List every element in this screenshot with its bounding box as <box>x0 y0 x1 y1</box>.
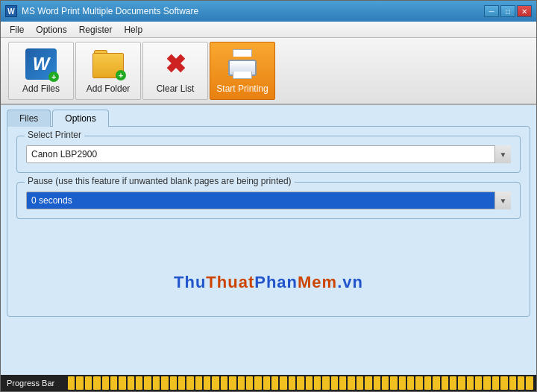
watermark-thuat: Thuat <box>206 273 254 291</box>
menu-bar: File Options Register Help <box>1 22 536 38</box>
add-folder-button[interactable]: + Add Folder <box>75 42 141 100</box>
toolbar: W + Add Files + Add Folder ✖ Clear Lis <box>1 38 536 105</box>
progress-segment <box>110 376 117 390</box>
progress-segment <box>76 376 83 390</box>
pause-select[interactable]: 0 seconds 1 second 2 seconds 5 seconds 1… <box>26 192 511 209</box>
progress-segment <box>331 376 338 390</box>
progress-segment <box>229 376 236 390</box>
progress-segment <box>170 376 177 390</box>
window-controls: ─ □ ✕ <box>484 5 532 17</box>
options-panel: Select Printer Canon LBP2900 Microsoft P… <box>7 126 530 317</box>
pause-group: Pause (use this feature if unwanted blan… <box>16 182 521 219</box>
progress-segment <box>365 376 371 390</box>
progress-segment <box>178 376 185 390</box>
app-window: W MS Word Print Multiple Documents Softw… <box>0 0 537 392</box>
tabs: Files Options <box>7 110 530 127</box>
progress-segment <box>475 376 482 390</box>
progress-segment <box>280 376 286 390</box>
progress-segment <box>322 376 329 390</box>
progress-segment <box>195 376 202 390</box>
progress-segment <box>314 376 321 390</box>
menu-options[interactable]: Options <box>30 23 72 37</box>
add-folder-icon: + <box>92 48 125 80</box>
restore-button[interactable]: □ <box>500 5 515 17</box>
progress-segment <box>144 376 151 390</box>
close-button[interactable]: ✕ <box>517 5 532 17</box>
start-printing-icon <box>226 48 259 80</box>
progress-segment <box>297 376 304 390</box>
clear-list-button[interactable]: ✖ Clear List <box>142 42 208 100</box>
progress-segment <box>119 376 125 390</box>
x-icon: ✖ <box>160 48 191 80</box>
progress-segment <box>450 376 456 390</box>
progress-segment <box>415 376 422 390</box>
progress-segment <box>500 376 507 390</box>
clear-list-icon: ✖ <box>159 48 192 80</box>
menu-file[interactable]: File <box>4 23 30 37</box>
progress-segment <box>93 376 100 390</box>
progress-segment <box>458 376 465 390</box>
progress-segment <box>102 376 109 390</box>
menu-register[interactable]: Register <box>73 23 119 37</box>
add-files-button[interactable]: W + Add Files <box>8 42 74 100</box>
start-printing-button[interactable]: Start Printing <box>210 42 275 100</box>
clear-list-label: Clear List <box>157 83 195 94</box>
progress-segment <box>357 376 363 390</box>
progress-segment <box>518 376 524 390</box>
main-content: Files Options Select Printer Canon LBP29… <box>1 105 536 321</box>
add-folder-label: Add Folder <box>87 83 131 94</box>
progress-segment <box>238 376 245 390</box>
progress-segment <box>399 376 406 390</box>
progress-segment <box>442 376 448 390</box>
printer-select-wrapper: Canon LBP2900 Microsoft Print to PDF Fax… <box>26 145 511 163</box>
progress-segment <box>509 376 516 390</box>
minimize-button[interactable]: ─ <box>484 5 499 17</box>
progress-label: Progress Bar <box>1 379 68 388</box>
progress-segment <box>161 376 168 390</box>
start-printing-label: Start Printing <box>216 83 268 94</box>
progress-segment <box>136 376 142 390</box>
pause-legend: Pause (use this feature if unwanted blan… <box>25 176 295 186</box>
progress-segment <box>204 376 210 390</box>
tab-files[interactable]: Files <box>7 110 51 127</box>
app-icon: W <box>5 5 17 17</box>
progress-segment <box>492 376 499 390</box>
plus-badge: + <box>48 72 59 82</box>
progress-segment <box>390 376 397 390</box>
tab-options[interactable]: Options <box>52 110 108 127</box>
window-title: MS Word Print Multiple Documents Softwar… <box>22 6 484 16</box>
folder-shape: + <box>92 50 124 78</box>
progress-segment <box>339 376 346 390</box>
title-bar: W MS Word Print Multiple Documents Softw… <box>1 1 536 22</box>
progress-segment <box>212 376 219 390</box>
progress-bar-container <box>68 376 536 390</box>
progress-area: Progress Bar <box>1 375 536 391</box>
watermark-mem: Mem <box>298 273 337 291</box>
progress-segment <box>128 376 134 390</box>
progress-segment <box>186 376 193 390</box>
progress-segment <box>263 376 270 390</box>
progress-segment <box>424 376 431 390</box>
progress-segment <box>85 376 92 390</box>
progress-segment <box>348 376 354 390</box>
progress-segment <box>407 376 414 390</box>
watermark-thu: Thu <box>174 273 206 291</box>
word-icon: W + <box>25 48 57 80</box>
progress-segment <box>483 376 490 390</box>
progress-segment <box>153 376 160 390</box>
add-files-label: Add Files <box>22 83 60 94</box>
progress-segment <box>433 376 439 390</box>
menu-help[interactable]: Help <box>118 23 148 37</box>
progress-segment <box>254 376 261 390</box>
select-printer-group: Select Printer Canon LBP2900 Microsoft P… <box>16 136 521 173</box>
folder-plus-badge: + <box>116 70 126 80</box>
progress-segment <box>374 376 380 390</box>
progress-segment <box>306 376 313 390</box>
progress-segment <box>289 376 295 390</box>
content-area: Files Options Select Printer Canon LBP29… <box>1 105 536 391</box>
select-printer-legend: Select Printer <box>25 130 84 140</box>
progress-segment <box>68 376 75 390</box>
printer-select[interactable]: Canon LBP2900 Microsoft Print to PDF Fax <box>26 145 511 163</box>
printer-shape <box>226 49 259 79</box>
progress-segment <box>467 376 474 390</box>
